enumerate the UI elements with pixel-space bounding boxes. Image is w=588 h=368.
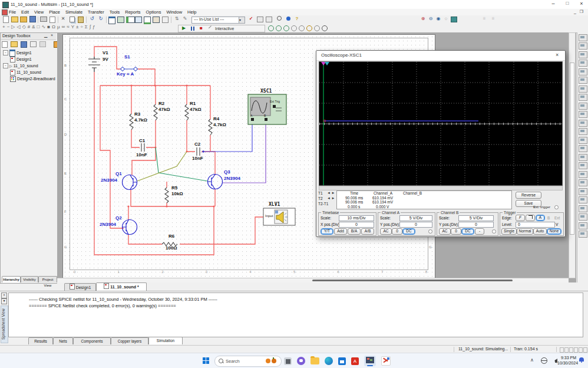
network-icon[interactable]: [541, 357, 547, 364]
wattmeter-icon[interactable]: [579, 51, 587, 58]
trigger-ext-button[interactable]: Ext: [554, 216, 560, 220]
toolbox-save-icon[interactable]: [21, 41, 27, 48]
menu-reports[interactable]: Reports: [125, 9, 140, 15]
reverse-probe-icon[interactable]: [265, 17, 272, 24]
label-r1-ref[interactable]: R1: [190, 101, 196, 106]
label-xsc1[interactable]: XSC1: [260, 88, 272, 94]
task-view-icon[interactable]: [284, 357, 292, 365]
place-misc-icon[interactable]: µ: [57, 24, 60, 29]
label-r4-val[interactable]: 4.7kΩ: [213, 122, 226, 127]
label-c1-ref[interactable]: C1: [139, 138, 145, 143]
edit-symbol-icon[interactable]: [285, 16, 292, 23]
spreadsheet-tab-results[interactable]: Results: [28, 337, 53, 344]
menu-place[interactable]: Place: [49, 9, 60, 15]
tree-node-11-10-sound-sheet[interactable]: 11_10_sound: [10, 70, 41, 75]
find-icon[interactable]: [276, 16, 283, 23]
place-indicator-icon[interactable]: ■: [47, 24, 50, 29]
collapse-icon[interactable]: −: [3, 63, 8, 68]
rising-edge-button[interactable]: F: [516, 215, 525, 221]
panel-dock-icon[interactable]: ▾: [1, 298, 7, 304]
grapher-icon[interactable]: [135, 17, 142, 24]
logic-analyzer-icon[interactable]: [579, 111, 587, 118]
erc-icon[interactable]: ✓: [247, 15, 255, 22]
toolbox-tab-hierarchy[interactable]: Hierarchy: [2, 276, 21, 282]
start-button[interactable]: [203, 357, 209, 364]
sheet-tab-11-10-sound[interactable]: 11_10_sound *: [96, 282, 147, 291]
panel-pin-icon[interactable]: ▁: [44, 33, 47, 38]
place-ttl-icon[interactable]: #: [28, 24, 30, 29]
menu-transfer[interactable]: Transfer: [88, 9, 104, 15]
tray-chevron-icon[interactable]: ∧: [530, 357, 534, 363]
document-icon[interactable]: [2, 9, 8, 15]
menu-options[interactable]: Options: [146, 9, 161, 15]
ladder-icon[interactable]: [161, 17, 169, 24]
label-r4-ref[interactable]: R4: [213, 116, 219, 121]
pause-button[interactable]: [191, 27, 194, 31]
clock[interactable]: 9:33 PM 10/30/2024: [557, 355, 576, 366]
chat-app-icon[interactable]: [297, 357, 305, 365]
place-advanced-peripherals-icon[interactable]: ∞: [62, 24, 65, 29]
component-wizard-icon[interactable]: ✎: [181, 15, 189, 22]
label-c2-val[interactable]: 10nF: [192, 156, 203, 161]
label-q3-ref[interactable]: Q3: [224, 169, 230, 175]
edit-description-icon[interactable]: ≡: [490, 15, 497, 22]
yt-button[interactable]: Y/T: [321, 228, 333, 235]
channel-a-scale-field[interactable]: 5 V/Div: [399, 215, 432, 221]
preset-2-icon[interactable]: [579, 222, 587, 229]
menu-view[interactable]: View: [34, 9, 44, 15]
current-probe-icon[interactable]: [276, 25, 282, 31]
label-q1-val[interactable]: 2N3904: [101, 178, 117, 183]
spectrum-analyzer-icon[interactable]: [579, 137, 587, 144]
spreadsheet-tab-copper-layers[interactable]: Copper layers: [111, 337, 148, 344]
reverse-button[interactable]: Reverse: [516, 192, 541, 199]
four-channel-scope-icon[interactable]: [579, 68, 587, 75]
toolbox-tab-project-view[interactable]: Project View: [38, 276, 57, 282]
channel-b-ac-button[interactable]: AC: [439, 228, 451, 235]
save-icon[interactable]: [29, 16, 36, 23]
place-power-icon[interactable]: Ω: [52, 24, 55, 29]
maximize-button[interactable]: □: [561, 1, 574, 8]
edge-browser-icon[interactable]: [325, 357, 333, 365]
channel-b-dc-button[interactable]: DC: [461, 228, 474, 235]
place-basic-icon[interactable]: ~: [7, 24, 10, 29]
current-clamp-icon[interactable]: [579, 205, 587, 212]
word-generator-icon[interactable]: [579, 94, 587, 101]
channel-a-ac-button[interactable]: AC: [380, 228, 392, 235]
interactive-label[interactable]: Interactive: [215, 27, 234, 31]
spreadsheet-content[interactable]: ------ Checking SPICE netlist for 11_10_…: [8, 293, 583, 337]
split-view-icon[interactable]: [126, 17, 133, 24]
snip-tool-icon[interactable]: [381, 356, 391, 366]
oscilloscope-close-icon[interactable]: ×: [556, 52, 559, 58]
spreadsheet-tab-components[interactable]: Components: [73, 337, 111, 344]
chevron-down-icon[interactable]: ▾: [239, 17, 245, 23]
toolbox-open-icon[interactable]: [11, 41, 18, 47]
zoom-in-icon[interactable]: ⊕: [419, 15, 427, 22]
label-s1-key[interactable]: Key = A: [117, 71, 134, 77]
network-analyzer-icon[interactable]: [579, 145, 587, 152]
place-mixed-icon[interactable]: ∿: [41, 24, 45, 29]
toolbox-print-icon[interactable]: [39, 41, 46, 47]
fullscreen-view-icon[interactable]: [108, 17, 115, 24]
none-button[interactable]: None: [547, 228, 561, 235]
voltage-probe-icon[interactable]: [268, 25, 274, 31]
in-use-list-combo[interactable]: --- In-Use List --- ▾: [191, 17, 245, 24]
acrobat-icon[interactable]: A: [351, 357, 359, 365]
preset-3-icon[interactable]: [579, 231, 587, 238]
label-r6-val[interactable]: 100Ω: [166, 245, 177, 251]
ref-probe-icon[interactable]: [299, 25, 305, 31]
agilent-function-gen-icon[interactable]: [579, 154, 587, 161]
add-button[interactable]: Add: [334, 228, 347, 235]
close-button[interactable]: ×: [575, 1, 588, 8]
ni-elvis-icon[interactable]: [579, 196, 587, 203]
cursor-t2-arrows[interactable]: ◄ ►: [327, 196, 335, 200]
frequency-counter-icon[interactable]: [579, 86, 587, 93]
logic-converter-icon[interactable]: [579, 103, 587, 110]
notification-bell-icon[interactable]: [579, 357, 584, 362]
label-q1-ref[interactable]: Q1: [115, 171, 122, 176]
label-r2-ref[interactable]: R2: [158, 101, 164, 106]
label-c2-ref[interactable]: C2: [194, 142, 200, 147]
probe-a-icon[interactable]: [314, 25, 320, 31]
trigger-a-button[interactable]: A: [536, 215, 545, 221]
oscilloscope-titlebar[interactable]: Oscilloscope-XSC1 ×: [316, 51, 565, 61]
search-box[interactable]: Search: [214, 356, 282, 367]
